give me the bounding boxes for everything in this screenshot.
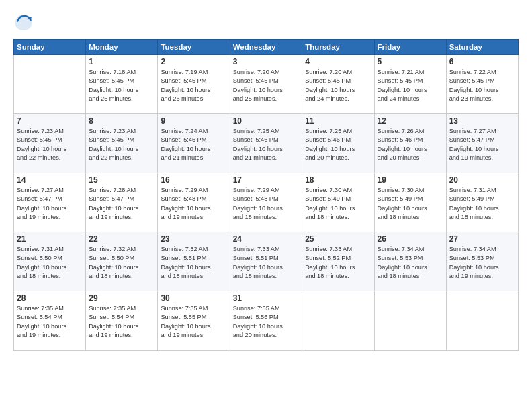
calendar-week-5: 28Sunrise: 7:35 AM Sunset: 5:54 PM Dayli…: [14, 291, 519, 351]
calendar-cell: 20Sunrise: 7:31 AM Sunset: 5:49 PM Dayli…: [446, 173, 518, 232]
calendar-cell: [446, 291, 518, 351]
day-info: Sunrise: 7:23 AM Sunset: 5:45 PM Dayligh…: [17, 127, 83, 163]
day-info: Sunrise: 7:33 AM Sunset: 5:52 PM Dayligh…: [305, 245, 371, 281]
calendar-cell: 28Sunrise: 7:35 AM Sunset: 5:54 PM Dayli…: [14, 291, 86, 351]
day-number: 27: [449, 234, 515, 244]
calendar-cell: 11Sunrise: 7:25 AM Sunset: 5:46 PM Dayli…: [302, 114, 374, 173]
day-info: Sunrise: 7:27 AM Sunset: 5:47 PM Dayligh…: [449, 127, 515, 163]
day-info: Sunrise: 7:25 AM Sunset: 5:46 PM Dayligh…: [233, 127, 300, 163]
day-info: Sunrise: 7:29 AM Sunset: 5:48 PM Dayligh…: [161, 186, 226, 222]
day-info: Sunrise: 7:34 AM Sunset: 5:53 PM Dayligh…: [378, 245, 443, 281]
day-info: Sunrise: 7:31 AM Sunset: 5:49 PM Dayligh…: [449, 186, 515, 222]
day-number: 24: [233, 234, 300, 244]
calendar-cell: [14, 55, 86, 114]
day-info: Sunrise: 7:30 AM Sunset: 5:49 PM Dayligh…: [378, 186, 443, 222]
weekday-header-wednesday: Wednesday: [230, 40, 302, 55]
day-info: Sunrise: 7:30 AM Sunset: 5:49 PM Dayligh…: [305, 186, 371, 222]
calendar-cell: [302, 291, 374, 351]
calendar-cell: 10Sunrise: 7:25 AM Sunset: 5:46 PM Dayli…: [230, 114, 302, 173]
weekday-header-friday: Friday: [374, 40, 446, 55]
calendar-cell: 30Sunrise: 7:35 AM Sunset: 5:55 PM Dayli…: [158, 291, 230, 351]
day-info: Sunrise: 7:22 AM Sunset: 5:45 PM Dayligh…: [449, 68, 515, 103]
day-info: Sunrise: 7:25 AM Sunset: 5:46 PM Dayligh…: [305, 127, 371, 163]
day-info: Sunrise: 7:21 AM Sunset: 5:45 PM Dayligh…: [378, 68, 443, 103]
calendar-cell: 8Sunrise: 7:23 AM Sunset: 5:45 PM Daylig…: [86, 114, 158, 173]
calendar-cell: 29Sunrise: 7:35 AM Sunset: 5:54 PM Dayli…: [86, 291, 158, 351]
calendar-cell: 22Sunrise: 7:32 AM Sunset: 5:50 PM Dayli…: [86, 232, 158, 291]
day-number: 28: [17, 293, 83, 303]
calendar-cell: 9Sunrise: 7:24 AM Sunset: 5:46 PM Daylig…: [158, 114, 230, 173]
page: SundayMondayTuesdayWednesdayThursdayFrid…: [0, 0, 532, 411]
calendar-cell: 27Sunrise: 7:34 AM Sunset: 5:53 PM Dayli…: [446, 232, 518, 291]
calendar-week-4: 21Sunrise: 7:31 AM Sunset: 5:50 PM Dayli…: [14, 232, 519, 291]
calendar-cell: 13Sunrise: 7:27 AM Sunset: 5:47 PM Dayli…: [446, 114, 518, 173]
day-number: 18: [305, 175, 371, 185]
day-number: 5: [378, 57, 443, 66]
day-info: Sunrise: 7:31 AM Sunset: 5:50 PM Dayligh…: [17, 245, 83, 281]
day-number: 19: [378, 175, 443, 185]
weekday-header-thursday: Thursday: [302, 40, 374, 55]
calendar-cell: 4Sunrise: 7:20 AM Sunset: 5:45 PM Daylig…: [302, 55, 374, 114]
day-number: 3: [233, 57, 300, 66]
calendar-week-1: 1Sunrise: 7:18 AM Sunset: 5:45 PM Daylig…: [14, 55, 519, 114]
day-number: 10: [233, 116, 300, 126]
day-number: 1: [89, 57, 154, 66]
day-number: 9: [161, 116, 226, 126]
weekday-header-row: SundayMondayTuesdayWednesdayThursdayFrid…: [14, 40, 519, 55]
day-number: 25: [305, 234, 371, 244]
calendar-cell: 25Sunrise: 7:33 AM Sunset: 5:52 PM Dayli…: [302, 232, 374, 291]
day-number: 26: [378, 234, 443, 244]
day-number: 22: [89, 234, 154, 244]
day-info: Sunrise: 7:32 AM Sunset: 5:51 PM Dayligh…: [161, 245, 226, 281]
day-number: 16: [161, 175, 226, 185]
calendar-cell: 2Sunrise: 7:19 AM Sunset: 5:45 PM Daylig…: [158, 55, 230, 114]
calendar-cell: 7Sunrise: 7:23 AM Sunset: 5:45 PM Daylig…: [14, 114, 86, 173]
logo: [13, 12, 36, 32]
weekday-header-sunday: Sunday: [14, 40, 86, 55]
day-info: Sunrise: 7:18 AM Sunset: 5:45 PM Dayligh…: [89, 68, 154, 103]
day-info: Sunrise: 7:35 AM Sunset: 5:55 PM Dayligh…: [161, 304, 226, 340]
calendar-cell: 3Sunrise: 7:20 AM Sunset: 5:45 PM Daylig…: [230, 55, 302, 114]
day-number: 17: [233, 175, 300, 185]
day-info: Sunrise: 7:35 AM Sunset: 5:54 PM Dayligh…: [89, 304, 154, 340]
day-info: Sunrise: 7:26 AM Sunset: 5:46 PM Dayligh…: [378, 127, 443, 163]
calendar-cell: 23Sunrise: 7:32 AM Sunset: 5:51 PM Dayli…: [158, 232, 230, 291]
logo-icon: [13, 12, 34, 32]
day-number: 30: [161, 293, 226, 303]
calendar-cell: 16Sunrise: 7:29 AM Sunset: 5:48 PM Dayli…: [158, 173, 230, 232]
calendar-cell: 24Sunrise: 7:33 AM Sunset: 5:51 PM Dayli…: [230, 232, 302, 291]
day-number: 23: [161, 234, 226, 244]
calendar-cell: 1Sunrise: 7:18 AM Sunset: 5:45 PM Daylig…: [86, 55, 158, 114]
day-info: Sunrise: 7:35 AM Sunset: 5:54 PM Dayligh…: [17, 304, 83, 340]
day-number: 2: [161, 57, 226, 66]
day-number: 8: [89, 116, 154, 126]
day-number: 15: [89, 175, 154, 185]
calendar-cell: 18Sunrise: 7:30 AM Sunset: 5:49 PM Dayli…: [302, 173, 374, 232]
calendar-cell: 31Sunrise: 7:35 AM Sunset: 5:56 PM Dayli…: [230, 291, 302, 351]
day-number: 6: [449, 57, 515, 66]
calendar-cell: 17Sunrise: 7:29 AM Sunset: 5:48 PM Dayli…: [230, 173, 302, 232]
weekday-header-saturday: Saturday: [446, 40, 518, 55]
calendar-cell: 15Sunrise: 7:28 AM Sunset: 5:47 PM Dayli…: [86, 173, 158, 232]
day-info: Sunrise: 7:34 AM Sunset: 5:53 PM Dayligh…: [449, 245, 515, 281]
day-info: Sunrise: 7:29 AM Sunset: 5:48 PM Dayligh…: [233, 186, 300, 222]
day-info: Sunrise: 7:20 AM Sunset: 5:45 PM Dayligh…: [233, 68, 300, 103]
day-number: 4: [305, 57, 371, 66]
header: [13, 12, 519, 32]
day-info: Sunrise: 7:24 AM Sunset: 5:46 PM Dayligh…: [161, 127, 226, 163]
calendar-table: SundayMondayTuesdayWednesdayThursdayFrid…: [13, 39, 519, 351]
day-number: 13: [449, 116, 515, 126]
day-info: Sunrise: 7:32 AM Sunset: 5:50 PM Dayligh…: [89, 245, 154, 281]
calendar-cell: 12Sunrise: 7:26 AM Sunset: 5:46 PM Dayli…: [374, 114, 446, 173]
day-number: 31: [233, 293, 300, 303]
calendar-cell: 19Sunrise: 7:30 AM Sunset: 5:49 PM Dayli…: [374, 173, 446, 232]
calendar-cell: 14Sunrise: 7:27 AM Sunset: 5:47 PM Dayli…: [14, 173, 86, 232]
day-info: Sunrise: 7:35 AM Sunset: 5:56 PM Dayligh…: [233, 304, 300, 340]
day-number: 20: [449, 175, 515, 185]
day-number: 7: [17, 116, 83, 126]
day-info: Sunrise: 7:19 AM Sunset: 5:45 PM Dayligh…: [161, 68, 226, 103]
calendar-cell: 26Sunrise: 7:34 AM Sunset: 5:53 PM Dayli…: [374, 232, 446, 291]
day-info: Sunrise: 7:28 AM Sunset: 5:47 PM Dayligh…: [89, 186, 154, 222]
day-info: Sunrise: 7:23 AM Sunset: 5:45 PM Dayligh…: [89, 127, 154, 163]
calendar-cell: [374, 291, 446, 351]
